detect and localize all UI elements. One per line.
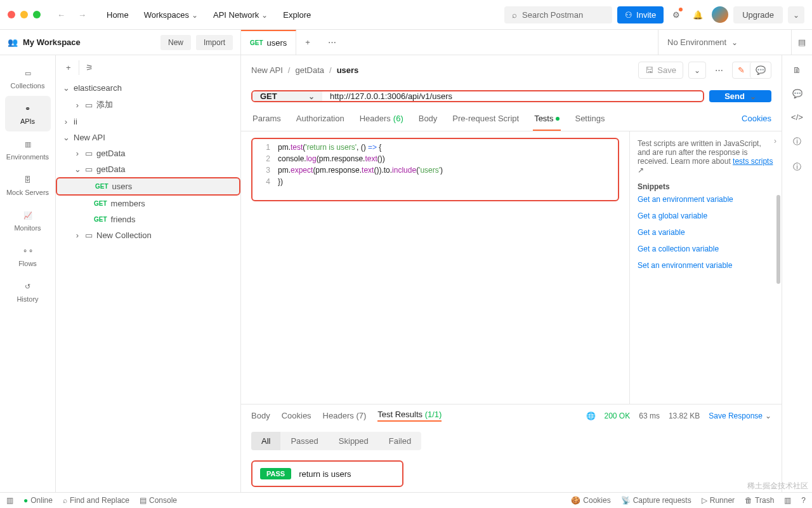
tab-authorization[interactable]: Authorization — [295, 107, 346, 131]
create-new-button[interactable]: + — [62, 60, 75, 75]
filter-all[interactable]: All — [251, 432, 280, 450]
rail-mock-servers[interactable]: 🗄Mock Servers — [5, 167, 51, 203]
search-input[interactable]: ⌕ Search Postman — [504, 6, 612, 23]
snippet-get-coll[interactable]: Get a collection variable — [638, 241, 774, 257]
tests-scripts-link[interactable]: tests scripts — [733, 157, 773, 166]
scrollbar[interactable] — [776, 195, 780, 284]
cookies-button[interactable]: 🍪 Cookies — [571, 496, 610, 505]
tree-ii[interactable]: ›ii — [56, 114, 240, 130]
tab-method: GET — [250, 39, 263, 46]
resp-tab-body[interactable]: Body — [251, 411, 270, 420]
save-button[interactable]: 🖫Save — [638, 62, 683, 79]
avatar[interactable] — [712, 6, 728, 23]
resp-tab-testresults[interactable]: Test Results (1/1) — [377, 410, 442, 422]
docs-icon[interactable]: 🗎 — [790, 63, 804, 77]
tree-getdata-2[interactable]: ⌄▭getData — [56, 161, 240, 177]
test-script-editor[interactable]: 1pm.test('return is users', () => { 2 co… — [251, 138, 619, 201]
test-name: return is users — [299, 469, 351, 479]
tab-params[interactable]: Params — [251, 107, 282, 131]
save-menu[interactable] — [688, 62, 706, 79]
tab-settings[interactable]: Settings — [573, 107, 606, 131]
notifications-icon[interactable]: 🔔 — [689, 6, 707, 23]
invite-button[interactable]: ⚇ Invite — [617, 6, 664, 23]
search-placeholder: Search Postman — [522, 10, 583, 20]
rail-monitors[interactable]: 📈Monitors — [5, 203, 51, 238]
filter-passed[interactable]: Passed — [280, 432, 328, 450]
tree-friends[interactable]: GETfriends — [56, 211, 240, 227]
rail-flows[interactable]: ⚬⚬Flows — [5, 238, 51, 274]
rail-apis[interactable]: ⚭APIs — [5, 96, 51, 131]
filter-skipped[interactable]: Skipped — [329, 432, 379, 450]
nav-forward[interactable]: → — [74, 8, 90, 22]
console-button[interactable]: ▤ Console — [140, 496, 177, 505]
related-icon[interactable]: ⓘ — [790, 159, 804, 175]
tree-add-cn[interactable]: ›▭添加 — [56, 96, 240, 114]
two-pane-icon[interactable]: ▥ — [784, 496, 791, 505]
sidebar-toggle-icon[interactable]: ▥ — [6, 496, 13, 505]
import-button[interactable]: Import — [196, 35, 233, 50]
rail-environments[interactable]: ▥Environments — [5, 131, 51, 167]
response-size: 13.82 KB — [669, 411, 700, 420]
collapse-icon[interactable]: › — [774, 137, 776, 145]
save-response-button[interactable]: Save Response — [709, 411, 771, 420]
settings-icon[interactable]: ⚙ — [669, 6, 684, 23]
send-button[interactable]: Send — [709, 90, 771, 102]
snippet-get-var[interactable]: Get a variable — [638, 224, 774, 241]
environment-select[interactable]: No Environment — [658, 30, 791, 55]
workspace-name[interactable]: My Workspace — [23, 37, 155, 47]
filter-failed[interactable]: Failed — [379, 432, 421, 450]
test-result-row: PASS return is users — [251, 460, 403, 487]
tab-prerequest[interactable]: Pre-request Script — [451, 107, 520, 131]
help-icon[interactable]: ? — [801, 496, 806, 505]
tab-users[interactable]: GET users — [241, 30, 296, 55]
snippet-set-env[interactable]: Set an environment variable — [638, 257, 774, 274]
snippet-get-global[interactable]: Get a global variable — [638, 208, 774, 224]
environment-quicklook-icon[interactable]: ▤ — [791, 30, 812, 55]
response-time: 63 ms — [639, 411, 660, 420]
tree-elasticsearch[interactable]: ⌄elasticsearch — [56, 80, 240, 96]
tree-new-collection[interactable]: ›▭New Collection — [56, 227, 240, 243]
new-tab-button[interactable]: + — [296, 30, 319, 55]
tab-body[interactable]: Body — [417, 107, 439, 131]
more-actions-icon[interactable]: ⋯ — [711, 62, 727, 79]
nav-home[interactable]: Home — [100, 6, 135, 23]
rail-collections[interactable]: ▭Collections — [5, 60, 51, 96]
globe-icon[interactable]: 🌐 — [586, 411, 596, 420]
method-select[interactable]: GET — [252, 91, 322, 101]
tree-users[interactable]: GETusers — [56, 177, 240, 196]
crumb-getdata[interactable]: getData — [295, 65, 324, 75]
tree-members[interactable]: GETmembers — [56, 196, 240, 211]
folder-icon: ▭ — [85, 149, 93, 158]
find-replace-button[interactable]: ⌕ Find and Replace — [63, 496, 129, 505]
tree-new-api[interactable]: ⌄New API — [56, 130, 240, 145]
resp-tab-headers[interactable]: Headers (7) — [323, 411, 367, 420]
cookies-link[interactable]: Cookies — [742, 107, 771, 131]
runner-button[interactable]: ▷ Runner — [702, 496, 735, 505]
nav-workspaces[interactable]: Workspaces — [138, 6, 204, 23]
url-input[interactable]: http://127.0.0.1:3006/api/v1/users — [322, 91, 703, 101]
info-icon[interactable]: ⓘ — [790, 133, 804, 150]
nav-back[interactable]: ← — [53, 8, 69, 22]
tab-tests[interactable]: Tests — [533, 107, 561, 131]
trash-button[interactable]: 🗑 Trash — [745, 496, 774, 505]
tab-overflow[interactable]: ⋯ — [319, 30, 345, 55]
crumb-api[interactable]: New API — [251, 65, 283, 75]
tree-getdata-1[interactable]: ›▭getData — [56, 145, 240, 161]
filter-icon[interactable]: ⚞ — [79, 60, 97, 75]
comment-mode-icon[interactable]: 💬 — [750, 62, 771, 78]
snippet-get-env[interactable]: Get an environment variable — [638, 191, 774, 208]
upgrade-button[interactable]: Upgrade — [733, 6, 783, 23]
resp-tab-cookies[interactable]: Cookies — [282, 411, 311, 420]
tab-headers[interactable]: Headers (6) — [358, 107, 405, 131]
rail-history[interactable]: ↺History — [5, 274, 51, 309]
nav-api-network[interactable]: API Network — [207, 6, 274, 23]
edit-mode-icon[interactable]: ✎ — [733, 62, 750, 78]
window-controls[interactable] — [8, 11, 41, 18]
capture-button[interactable]: 📡 Capture requests — [621, 496, 691, 505]
upgrade-menu[interactable] — [788, 6, 804, 23]
new-button[interactable]: New — [160, 35, 191, 50]
code-icon[interactable]: </> — [789, 110, 806, 124]
nav-explore[interactable]: Explore — [277, 6, 317, 23]
status-online[interactable]: ●Online — [23, 496, 53, 505]
comments-icon[interactable]: 💬 — [790, 86, 805, 101]
